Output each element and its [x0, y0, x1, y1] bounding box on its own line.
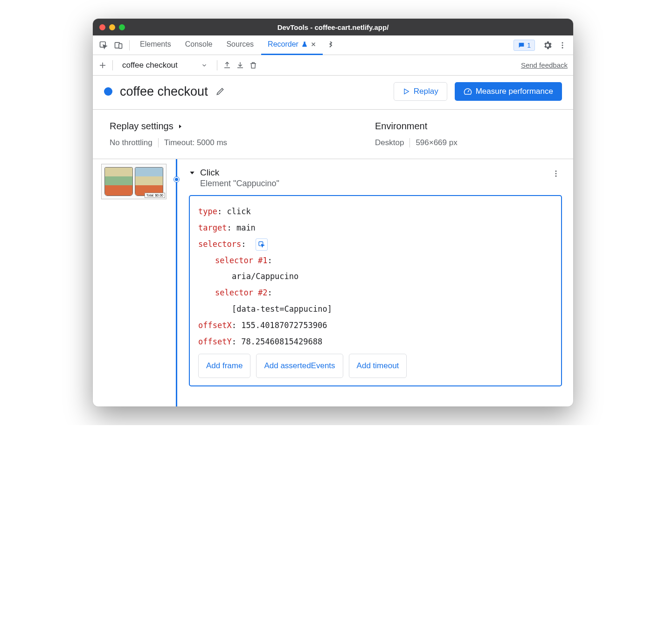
val-type[interactable]: click	[227, 207, 250, 216]
device-toolbar-icon[interactable]	[111, 38, 125, 52]
button-label: Measure performance	[476, 87, 553, 96]
divider	[129, 40, 130, 50]
collapse-step-icon[interactable]	[189, 169, 195, 176]
tab-recorder[interactable]: Recorder	[261, 35, 323, 55]
send-feedback-link[interactable]: Send feedback	[521, 61, 568, 69]
measure-performance-button[interactable]: Measure performance	[455, 82, 562, 101]
steps-area: Total: $0.00 Click Element "Cappucino"	[93, 159, 573, 406]
add-asserted-events-button[interactable]: Add assertedEvents	[256, 354, 343, 378]
flask-icon	[301, 41, 308, 48]
kebab-menu-icon[interactable]	[555, 38, 569, 52]
val-selector-2[interactable]: [data-test=Cappucino]	[232, 304, 332, 314]
cup-graphic	[135, 167, 163, 196]
tab-console[interactable]: Console	[179, 35, 219, 55]
step-subtitle: Element "Cappucino"	[200, 179, 545, 189]
inspect-element-icon[interactable]	[97, 38, 111, 52]
thumbnail-column: Total: $0.00	[93, 159, 172, 406]
minimize-window-button[interactable]	[109, 24, 115, 30]
tab-label: Sources	[226, 40, 254, 49]
step-actions: Add frame Add assertedEvents Add timeout	[198, 354, 553, 378]
tab-label: Recorder	[268, 40, 298, 49]
key-selector-1: selector #1	[215, 256, 268, 265]
timeline-dot	[174, 177, 179, 182]
pick-selector-icon[interactable]	[256, 238, 268, 251]
delete-icon[interactable]	[249, 61, 257, 70]
price-tag: Total: $0.00	[145, 193, 165, 198]
svg-point-8	[555, 175, 557, 177]
device-value: Desktop	[375, 138, 404, 147]
tab-label: Elements	[140, 40, 171, 49]
divider	[409, 138, 410, 147]
edit-title-icon[interactable]	[215, 87, 225, 96]
import-icon[interactable]	[236, 61, 244, 70]
svg-point-6	[555, 170, 557, 172]
recording-status-dot	[104, 87, 112, 96]
devtools-window: DevTools - coffee-cart.netlify.app/ Elem…	[93, 19, 573, 406]
svg-point-5	[562, 47, 563, 48]
val-selector-1[interactable]: aria/Cappucino	[232, 272, 298, 281]
step-thumbnail[interactable]: Total: $0.00	[101, 164, 166, 199]
throttling-value: No throttling	[110, 138, 153, 147]
issues-badge[interactable]: 1	[513, 40, 535, 51]
close-tab-icon[interactable]	[311, 42, 316, 47]
step-header: Click Element "Cappucino"	[189, 168, 562, 189]
cup-graphic	[104, 167, 133, 196]
close-window-button[interactable]	[99, 24, 105, 30]
svg-rect-2	[119, 43, 122, 48]
gauge-icon	[464, 87, 472, 96]
environment-heading: Environment	[375, 121, 556, 132]
key-type: type	[198, 207, 217, 216]
devtools-tabbar: Elements Console Sources Recorder 1	[93, 35, 573, 55]
new-recording-icon[interactable]	[98, 61, 107, 70]
recording-title: coffee checkout	[120, 84, 208, 99]
key-target: target	[198, 223, 227, 232]
divider	[158, 138, 159, 147]
recorder-toolbar: coffee checkout Send feedback	[93, 55, 573, 76]
play-icon	[402, 88, 410, 95]
export-icon[interactable]	[223, 61, 231, 70]
recording-header: coffee checkout Replay Measure performan…	[93, 76, 573, 110]
step-title: Click	[200, 168, 545, 178]
titlebar: DevTools - coffee-cart.netlify.app/	[93, 19, 573, 35]
add-frame-button[interactable]: Add frame	[198, 354, 250, 378]
timeline-line	[176, 159, 177, 406]
button-label: Replay	[414, 87, 438, 96]
divider	[217, 60, 217, 70]
more-tabs-icon[interactable]	[324, 38, 338, 52]
step-menu-icon[interactable]	[550, 168, 562, 180]
heading-label: Replay settings	[110, 121, 173, 132]
settings-icon[interactable]	[541, 38, 555, 52]
key-offsetx: offsetX	[198, 321, 232, 330]
recording-name: coffee checkout	[122, 61, 178, 70]
key-selectors: selectors	[198, 239, 241, 249]
val-offsety[interactable]: 78.25460815429688	[241, 337, 322, 346]
replay-settings-heading[interactable]: Replay settings	[110, 121, 291, 132]
svg-point-4	[562, 44, 563, 46]
replay-button[interactable]: Replay	[394, 82, 447, 101]
step-detail-panel: type: click target: main selectors: sele…	[189, 195, 562, 386]
timeline	[172, 159, 185, 406]
settings-row: Replay settings No throttling Timeout: 5…	[93, 110, 573, 159]
timeout-value: Timeout: 5000 ms	[164, 138, 227, 147]
window-title: DevTools - coffee-cart.netlify.app/	[93, 23, 573, 31]
tab-elements[interactable]: Elements	[133, 35, 178, 55]
issues-count: 1	[527, 42, 531, 49]
svg-point-3	[562, 42, 563, 43]
heading-label: Environment	[375, 121, 427, 132]
add-timeout-button[interactable]: Add timeout	[349, 354, 407, 378]
key-offsety: offsetY	[198, 337, 232, 346]
step-detail-column: Click Element "Cappucino" type: click ta…	[185, 159, 573, 406]
tab-sources[interactable]: Sources	[220, 35, 260, 55]
traffic-lights	[99, 24, 125, 30]
chevron-down-icon	[201, 62, 208, 69]
val-target[interactable]: main	[236, 223, 256, 232]
key-selector-2: selector #2	[215, 288, 268, 297]
chevron-right-icon	[177, 124, 183, 129]
svg-point-7	[555, 173, 557, 175]
message-icon	[518, 42, 525, 49]
val-offsetx[interactable]: 155.40187072753906	[241, 321, 327, 330]
recording-select[interactable]: coffee checkout	[118, 61, 211, 70]
maximize-window-button[interactable]	[119, 24, 125, 30]
tab-label: Console	[185, 40, 213, 49]
dimensions-value: 596×669 px	[416, 138, 457, 147]
